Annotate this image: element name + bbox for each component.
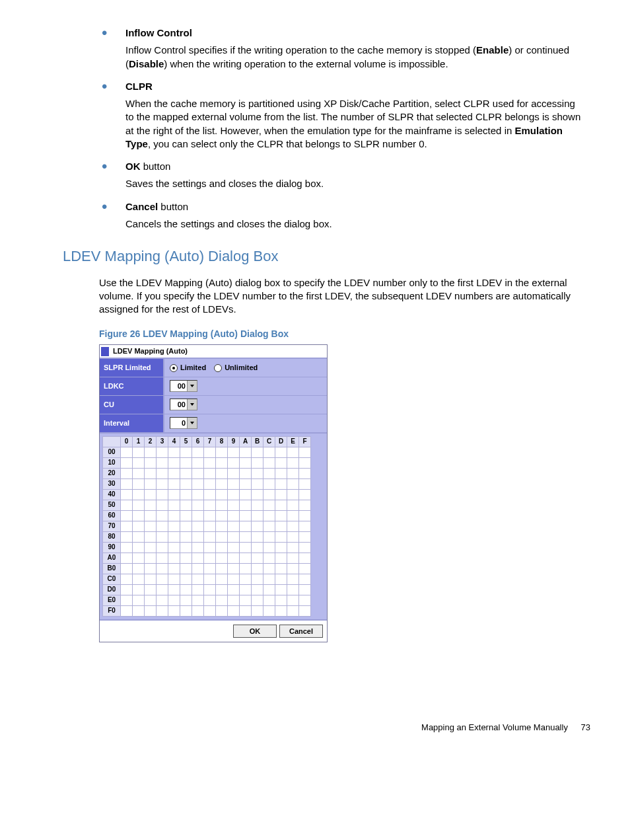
grid-cell[interactable] <box>287 510 299 521</box>
grid-cell[interactable] <box>299 563 311 574</box>
grid-cell[interactable] <box>228 447 240 457</box>
grid-cell[interactable] <box>192 542 204 553</box>
grid-cell[interactable] <box>275 605 287 616</box>
grid-cell[interactable] <box>133 595 145 605</box>
grid-cell[interactable] <box>252 574 263 584</box>
grid-cell[interactable] <box>299 531 311 542</box>
grid-cell[interactable] <box>168 542 180 553</box>
grid-cell[interactable] <box>121 553 133 563</box>
grid-cell[interactable] <box>133 510 145 521</box>
grid-cell[interactable] <box>299 447 311 457</box>
grid-cell[interactable] <box>299 584 311 595</box>
grid-cell[interactable] <box>145 563 157 574</box>
grid-cell[interactable] <box>240 584 252 595</box>
grid-cell[interactable] <box>145 531 157 542</box>
grid-cell[interactable] <box>252 468 263 478</box>
grid-cell[interactable] <box>252 595 263 605</box>
grid-cell[interactable] <box>216 500 228 510</box>
grid-cell[interactable] <box>204 457 216 468</box>
grid-cell[interactable] <box>228 595 240 605</box>
grid-cell[interactable] <box>121 489 133 500</box>
grid-cell[interactable] <box>299 553 311 563</box>
grid-cell[interactable] <box>192 595 204 605</box>
grid-cell[interactable] <box>145 605 157 616</box>
grid-cell[interactable] <box>287 489 299 500</box>
grid-cell[interactable] <box>228 553 240 563</box>
grid-cell[interactable] <box>287 595 299 605</box>
grid-cell[interactable] <box>263 478 275 489</box>
grid-cell[interactable] <box>228 542 240 553</box>
grid-cell[interactable] <box>216 521 228 531</box>
dropdown-interval[interactable]: 0 <box>170 417 197 429</box>
grid-cell[interactable] <box>228 563 240 574</box>
grid-cell[interactable] <box>287 553 299 563</box>
grid-cell[interactable] <box>145 500 157 510</box>
grid-cell[interactable] <box>252 500 263 510</box>
grid-cell[interactable] <box>192 510 204 521</box>
grid-cell[interactable] <box>263 500 275 510</box>
grid-cell[interactable] <box>145 574 157 584</box>
grid-cell[interactable] <box>275 563 287 574</box>
grid-cell[interactable] <box>240 531 252 542</box>
grid-cell[interactable] <box>192 478 204 489</box>
grid-cell[interactable] <box>275 531 287 542</box>
grid-cell[interactable] <box>275 468 287 478</box>
grid-cell[interactable] <box>180 605 192 616</box>
grid-cell[interactable] <box>287 521 299 531</box>
grid-cell[interactable] <box>204 468 216 478</box>
grid-cell[interactable] <box>240 553 252 563</box>
grid-cell[interactable] <box>228 531 240 542</box>
grid-cell[interactable] <box>157 563 168 574</box>
grid-cell[interactable] <box>133 605 145 616</box>
grid-cell[interactable] <box>157 553 168 563</box>
grid-cell[interactable] <box>263 510 275 521</box>
grid-cell[interactable] <box>121 447 133 457</box>
grid-cell[interactable] <box>216 574 228 584</box>
grid-cell[interactable] <box>121 468 133 478</box>
grid-cell[interactable] <box>216 478 228 489</box>
grid-cell[interactable] <box>121 478 133 489</box>
grid-cell[interactable] <box>192 468 204 478</box>
grid-cell[interactable] <box>192 605 204 616</box>
grid-cell[interactable] <box>192 500 204 510</box>
grid-cell[interactable] <box>228 468 240 478</box>
grid-cell[interactable] <box>168 447 180 457</box>
grid-cell[interactable] <box>133 542 145 553</box>
grid-cell[interactable] <box>180 500 192 510</box>
grid-cell[interactable] <box>216 595 228 605</box>
grid-cell[interactable] <box>121 542 133 553</box>
grid-cell[interactable] <box>157 574 168 584</box>
grid-cell[interactable] <box>263 489 275 500</box>
grid-cell[interactable] <box>204 595 216 605</box>
grid-cell[interactable] <box>145 489 157 500</box>
grid-cell[interactable] <box>216 531 228 542</box>
ldev-grid[interactable]: 0123456789ABCDEF 00102030405060708090A0B… <box>102 436 311 617</box>
grid-cell[interactable] <box>240 500 252 510</box>
grid-cell[interactable] <box>263 447 275 457</box>
grid-cell[interactable] <box>216 510 228 521</box>
grid-cell[interactable] <box>216 542 228 553</box>
grid-cell[interactable] <box>121 605 133 616</box>
grid-cell[interactable] <box>240 542 252 553</box>
grid-cell[interactable] <box>287 447 299 457</box>
grid-cell[interactable] <box>216 447 228 457</box>
grid-cell[interactable] <box>121 457 133 468</box>
grid-cell[interactable] <box>145 521 157 531</box>
grid-cell[interactable] <box>228 574 240 584</box>
grid-cell[interactable] <box>263 468 275 478</box>
grid-cell[interactable] <box>133 447 145 457</box>
grid-cell[interactable] <box>287 542 299 553</box>
grid-cell[interactable] <box>192 574 204 584</box>
grid-cell[interactable] <box>157 542 168 553</box>
grid-cell[interactable] <box>145 468 157 478</box>
grid-cell[interactable] <box>157 489 168 500</box>
grid-cell[interactable] <box>180 553 192 563</box>
grid-cell[interactable] <box>263 542 275 553</box>
grid-cell[interactable] <box>263 605 275 616</box>
grid-cell[interactable] <box>204 510 216 521</box>
grid-cell[interactable] <box>204 584 216 595</box>
grid-cell[interactable] <box>157 521 168 531</box>
grid-cell[interactable] <box>168 500 180 510</box>
grid-cell[interactable] <box>287 605 299 616</box>
grid-cell[interactable] <box>252 447 263 457</box>
